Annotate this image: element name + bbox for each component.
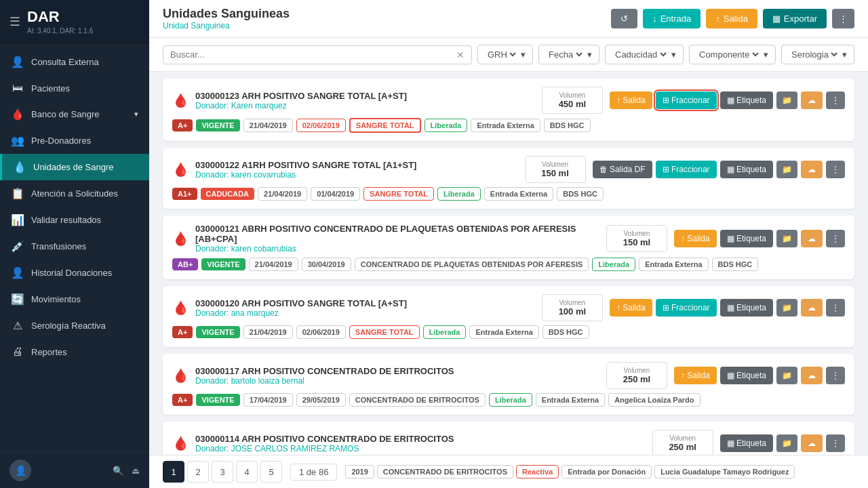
sidebar-label-movimientos: Movimientos — [31, 294, 81, 304]
unit-card-030000120: 🩸 030000120 ARH POSITIVO SANGRE TOTAL [A… — [163, 286, 854, 347]
page-2-button[interactable]: 2 — [187, 461, 209, 483]
folder-button[interactable]: 📁 — [776, 299, 797, 317]
fraccionar-button[interactable]: ⊞ Fraccionar — [656, 92, 717, 109]
cloud-button[interactable]: ☁ — [801, 230, 823, 247]
unit-volume: Volumen 250 ml — [606, 362, 667, 389]
more-button[interactable]: ⋮ — [826, 92, 845, 109]
history-icon: 👤 — [11, 266, 24, 279]
etiqueta-button[interactable]: ▦ Etiqueta — [720, 92, 773, 109]
cloud-button[interactable]: ☁ — [801, 92, 823, 109]
salida-unit-button[interactable]: ↑ Salida — [674, 230, 717, 247]
more-button[interactable]: ⋮ — [826, 230, 845, 247]
date2-tag: 02/06/2019 — [296, 119, 346, 132]
unit-info: 030000120 ARH POSITIVO SANGRE TOTAL [A+S… — [195, 298, 535, 318]
folder-button[interactable]: 📁 — [776, 367, 797, 384]
topbar: Unidades Sanguineas Unidad Sanguinea ↺ ↓… — [149, 0, 868, 38]
page-5-button[interactable]: 5 — [260, 461, 282, 483]
more-button[interactable]: ⋮ — [826, 367, 845, 384]
arrow-down-icon: ↓ — [652, 14, 657, 24]
cloud-button[interactable]: ☁ — [801, 161, 823, 178]
page-3-button[interactable]: 3 — [212, 461, 233, 483]
menu-icon[interactable]: ☰ — [9, 14, 20, 29]
sidebar-item-pacientes[interactable]: 🛏 Pacientes — [0, 75, 149, 101]
filter-fecha[interactable]: Fecha ▾ — [538, 45, 599, 64]
salida-unit-button[interactable]: ↑ Salida — [674, 367, 717, 384]
etiqueta-button[interactable]: ▦ Etiqueta — [720, 299, 773, 317]
filter-serologia[interactable]: Serologia ▾ — [781, 45, 854, 64]
fraccionar-button[interactable]: ⊞ Fraccionar — [656, 161, 717, 178]
salida-unit-button[interactable]: ↑ Salida — [610, 92, 652, 109]
more-button[interactable]: ⋮ — [826, 434, 845, 452]
sidebar-item-pre-donadores[interactable]: 👥 Pre-Donadores — [0, 127, 149, 154]
unit-donor: Donador: JOSE CARLOS RAMIREZ RAMOS — [195, 444, 646, 453]
app-logo: DAR — [27, 8, 93, 26]
refresh-icon: 🔄 — [11, 293, 24, 306]
filter-grh[interactable]: GRH ▾ — [477, 45, 533, 64]
fraccionar-button[interactable]: ⊞ Fraccionar — [656, 299, 717, 317]
grh-select[interactable]: GRH — [485, 49, 518, 60]
cloud-button[interactable]: ☁ — [801, 367, 823, 384]
etiqueta-button[interactable]: ▦ Etiqueta — [720, 161, 773, 178]
folder-button[interactable]: 📁 — [776, 92, 797, 109]
unit-card-030000117: 🩸 030000117 ARH POSITIVO CONCENTRADO DE … — [163, 354, 854, 415]
search-input-wrap[interactable]: ✕ — [163, 45, 472, 64]
sidebar-item-atencion-solicitudes[interactable]: 📋 Atención a Solicitudes — [0, 180, 149, 207]
sidebar-label-banco: Banco de Sangre — [31, 109, 99, 119]
liberada-tag: Liberada — [489, 393, 532, 407]
salida-unit-button[interactable]: ↑ Salida — [610, 299, 652, 317]
etiqueta-button[interactable]: ▦ Etiqueta — [720, 434, 773, 452]
topbar-title-area: Unidades Sanguineas Unidad Sanguinea — [163, 7, 290, 30]
search-input[interactable] — [170, 49, 456, 60]
search-footer-icon[interactable]: 🔍 — [113, 466, 123, 476]
salida-df-button[interactable]: 🗑 Salida DF — [593, 161, 652, 178]
blood-bag-icon: 🩸 — [172, 92, 189, 108]
page-1-button[interactable]: 1 — [163, 461, 184, 483]
clear-search-icon[interactable]: ✕ — [456, 49, 465, 60]
etiqueta-button[interactable]: ▦ Etiqueta — [720, 367, 773, 384]
salida-button[interactable]: ↑ Salida — [706, 9, 757, 28]
sidebar-item-serologia-reactiva[interactable]: ⚠ Serología Reactiva — [0, 312, 149, 339]
refresh-button[interactable]: ↺ — [611, 9, 637, 28]
sidebar-item-historial-donaciones[interactable]: 👤 Historial Donaciones — [0, 260, 149, 286]
sidebar-item-banco-sangre[interactable]: 🩸 Banco de Sangre ▾ — [0, 101, 149, 127]
footer-entrada-tag: Entrada por Donación — [561, 465, 652, 479]
serologia-select[interactable]: Serologia — [789, 49, 840, 60]
caducidad-select[interactable]: Caducidad — [612, 49, 669, 60]
more-button[interactable]: ⋮ — [826, 161, 845, 178]
unit-info: 030000123 ARH POSITIVO SANGRE TOTAL [A+S… — [195, 91, 535, 110]
etiqueta-button[interactable]: ▦ Etiqueta — [720, 230, 773, 247]
sidebar-item-reportes[interactable]: 🖨 Reportes — [0, 339, 149, 365]
sidebar-item-consulta-externa[interactable]: 👤 Consulta Externa — [0, 49, 149, 75]
folder-button[interactable]: 📁 — [776, 434, 797, 452]
footer-reactiva-tag: Reactiva — [516, 465, 559, 479]
entrada-button[interactable]: ↓ Entrada — [643, 9, 701, 28]
filter-caducidad[interactable]: Caducidad ▾ — [605, 45, 684, 64]
page-4-button[interactable]: 4 — [236, 461, 258, 483]
componente-select[interactable]: Componente — [696, 49, 761, 60]
main-content: Unidades Sanguineas Unidad Sanguinea ↺ ↓… — [149, 0, 868, 488]
exportar-button[interactable]: ▦ Exportar — [763, 9, 827, 28]
blood-type-tag: A+ — [172, 326, 193, 338]
sidebar-label-pre-donadores: Pre-Donadores — [31, 136, 91, 146]
logout-icon[interactable]: ⏏ — [132, 466, 140, 476]
bds-tag: BDS HGC — [712, 258, 759, 271]
person-icon: 👤 — [11, 56, 24, 68]
more-options-button[interactable]: ⋮ — [832, 9, 854, 28]
sidebar-item-transfusiones[interactable]: 💉 Transfusiones — [0, 233, 149, 260]
sidebar-item-movimientos[interactable]: 🔄 Movimientos — [0, 286, 149, 312]
fecha-select[interactable]: Fecha — [546, 49, 585, 60]
sidebar-item-unidades-sangre[interactable]: 💧 Unidades de Sangre — [0, 154, 149, 180]
chevron-down-icon: ▾ — [842, 49, 847, 60]
more-button[interactable]: ⋮ — [826, 299, 845, 317]
cloud-button[interactable]: ☁ — [801, 299, 823, 317]
filter-componente[interactable]: Componente ▾ — [689, 45, 776, 64]
volume-label: Volumen — [534, 161, 577, 168]
bds-tag: BDS HGC — [557, 187, 604, 201]
unit-tags: AB+ VIGENTE 21/04/2019 30/04/2019 CONCEN… — [172, 258, 845, 271]
cloud-button[interactable]: ☁ — [801, 434, 823, 452]
sidebar-item-validar-resultados[interactable]: 📊 Validar resultados — [0, 207, 149, 233]
status-badge: VIGENTE — [196, 119, 239, 131]
folder-button[interactable]: 📁 — [776, 230, 797, 247]
folder-button[interactable]: 📁 — [776, 161, 797, 178]
blood-type-tag: A+ — [172, 394, 193, 406]
